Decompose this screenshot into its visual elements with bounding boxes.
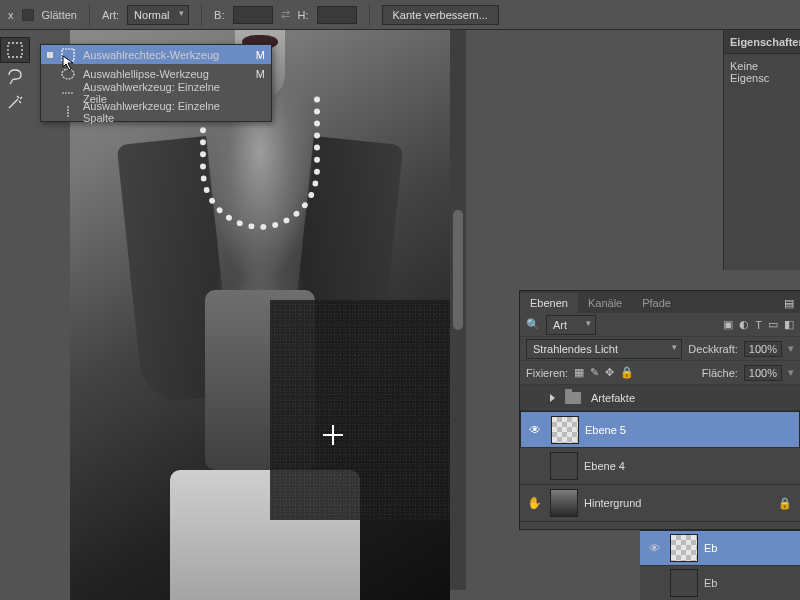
filter-select[interactable]: Art [546,315,596,335]
row-marquee-icon [61,86,75,100]
crosshair-icon [323,425,343,445]
layer-group-row[interactable]: Artefakte [520,385,800,411]
layer-row[interactable]: Ebene 4 [520,448,800,485]
magic-wand-tool[interactable] [0,89,30,115]
art-label: Art: [102,9,119,21]
filter-shape-icon[interactable]: ▭ [768,318,778,331]
tab-channels[interactable]: Kanäle [578,293,632,313]
layer-row[interactable]: Eb [640,566,800,600]
width-label: B: [214,9,224,21]
layers-panel: Ebenen Kanäle Pfade ▤ 🔍 Art ▣ ◐ T ▭ ◧ St… [519,290,800,530]
filter-adjust-icon[interactable]: ◐ [739,318,749,331]
visibility-toggle[interactable]: 👁 [644,542,664,554]
noise-selection-area [270,300,450,520]
refine-edge-button[interactable]: Kante verbessern... [382,5,499,25]
lock-all-icon[interactable]: 🔒 [620,366,634,379]
properties-panel: Eigenschaften Keine Eigensc [723,30,800,270]
visibility-toggle[interactable]: ✋ [524,496,544,510]
height-field[interactable] [317,6,357,24]
svg-rect-0 [8,43,22,57]
swap-icon[interactable]: ⇄ [281,8,290,21]
layer-thumbnail[interactable] [550,489,578,517]
filter-text-icon[interactable]: T [755,319,762,331]
lock-move-icon[interactable]: ✥ [605,366,614,379]
lasso-tool[interactable] [0,63,30,89]
lock-pixels-icon[interactable]: ▦ [574,366,584,379]
blend-mode-select[interactable]: Strahlendes Licht [526,339,682,359]
canvas-scrollbar[interactable] [450,30,466,590]
width-field[interactable] [233,6,273,24]
panel-menu-icon[interactable]: ▤ [778,294,800,313]
lock-icon: 🔒 [778,497,792,510]
layer-thumbnail[interactable] [670,569,698,597]
flyout-item-col[interactable]: Auswahlwerkzeug: Einzelne Spalte [41,102,271,121]
properties-empty-text: Keine Eigensc [724,54,800,90]
filter-smart-icon[interactable]: ◧ [784,318,794,331]
art-select[interactable]: Normal [127,5,189,25]
opacity-field[interactable]: 100% [744,341,782,357]
layer-row[interactable]: 👁 Ebene 5 [520,411,800,448]
smooth-label: Glätten [42,9,77,21]
fill-field[interactable]: 100% [744,365,782,381]
visibility-toggle[interactable]: 👁 [525,423,545,437]
layer-thumbnail[interactable] [550,452,578,480]
layer-row[interactable]: ✋ Hintergrund 🔒 [520,485,800,522]
layer-thumbnail[interactable] [670,534,698,562]
properties-tab[interactable]: Eigenschaften [724,30,800,54]
disclosure-icon[interactable] [550,394,555,402]
filter-image-icon[interactable]: ▣ [723,318,733,331]
options-bar: x Glätten Art: Normal B: ⇄ H: Kante verb… [0,0,800,30]
fill-label: Fläche: [702,367,738,379]
tool-column [0,37,32,115]
layer-thumbnail[interactable] [551,416,579,444]
smooth-checkbox[interactable] [22,9,34,21]
lock-label: Fixieren: [526,367,568,379]
layer-row[interactable]: 👁 Eb [640,531,800,566]
opacity-label: Deckkraft: [688,343,738,355]
marquee-tool[interactable] [0,37,30,63]
tab-paths[interactable]: Pfade [632,293,681,313]
folder-icon [565,392,581,404]
lock-brush-icon[interactable]: ✎ [590,366,599,379]
secondary-layers-panel: 👁 Eb Eb [640,530,800,600]
tab-layers[interactable]: Ebenen [520,293,578,313]
height-label: H: [298,9,309,21]
cursor-icon [62,55,78,73]
col-marquee-icon [61,105,75,119]
search-icon: 🔍 [526,318,540,331]
